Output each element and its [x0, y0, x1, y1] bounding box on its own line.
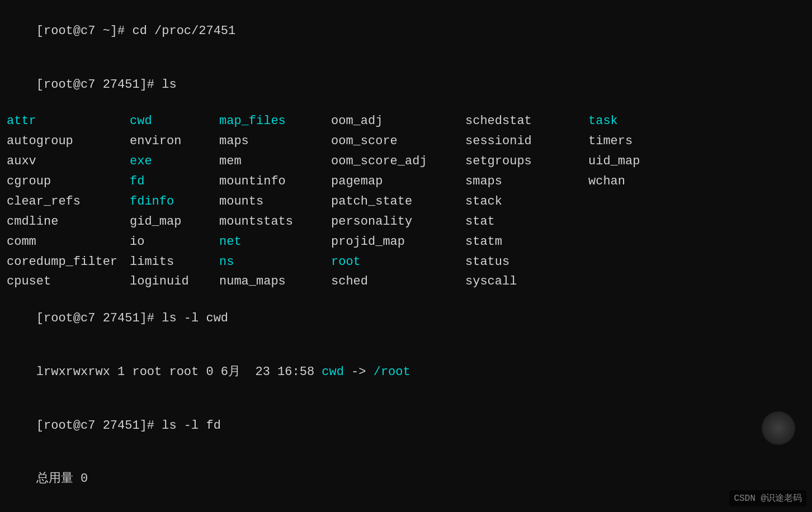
ls-item: io: [130, 232, 219, 252]
ls-item: pagemap: [331, 172, 465, 192]
ls-item: comm: [7, 232, 130, 252]
ls-item: [588, 192, 678, 212]
command-line-2: [root@c7 27451]# ls: [7, 58, 805, 112]
ls-item: autogroup: [7, 131, 130, 151]
ls-item: clear_refs: [7, 192, 130, 212]
ls-item: status: [465, 252, 588, 272]
ls-item: fdinfo: [130, 192, 219, 212]
ls-item: schedstat: [465, 111, 588, 131]
ls-item: timers: [588, 131, 678, 151]
ls-item: sched: [331, 272, 465, 292]
ls-item: syscall: [465, 272, 588, 292]
ls-item: smaps: [465, 172, 588, 192]
terminal: [root@c7 ~]# cd /proc/27451 [root@c7 274…: [7, 4, 805, 512]
ls-item: cpuset: [7, 272, 130, 292]
ls-item: fd: [130, 172, 219, 192]
ls-item: mounts: [219, 192, 331, 212]
ls-item: numa_maps: [219, 272, 331, 292]
ls-item: maps: [219, 131, 331, 151]
symlink-cwd-target: /root: [374, 365, 410, 379]
ls-item: environ: [130, 131, 219, 151]
cmd2-text: [root@c7 27451]# ls: [36, 78, 177, 92]
ls-item: projid_map: [331, 232, 465, 252]
command-line-1: [root@c7 ~]# cd /proc/27451: [7, 4, 805, 58]
ls-output: attrcwdmap_filesoom_adjschedstattaskauto…: [7, 111, 805, 292]
fd0-line: l-wx------ 1 root root 64 6月 23 16:58 0 …: [7, 506, 805, 512]
ls-item: [588, 252, 678, 272]
ls-item: oom_adj: [331, 111, 465, 131]
symlink-cwd-name: cwd: [322, 365, 344, 379]
branding-label: CSDN @识途老码: [729, 490, 806, 506]
ls-item: statm: [465, 232, 588, 252]
ls-item: stat: [465, 212, 588, 232]
command-line-3: [root@c7 27451]# ls -l cwd: [7, 292, 805, 345]
command-line-4: [root@c7 27451]# ls -l fd: [7, 399, 805, 453]
ls-item: oom_score_adj: [331, 151, 465, 172]
symlink-cwd-line: lrwxrwxrwx 1 root root 0 6月 23 16:58 cwd…: [7, 345, 805, 399]
symlink-cwd-arrow: ->: [344, 365, 374, 379]
ls-item: cgroup: [7, 172, 130, 192]
cmd4-text: [root@c7 27451]# ls -l fd: [36, 419, 221, 433]
ls-item: wchan: [588, 172, 678, 192]
total-text: 总用量 0: [36, 472, 88, 486]
ls-item: task: [588, 111, 678, 131]
ls-item: setgroups: [465, 151, 588, 172]
ls-item: ns: [219, 252, 331, 272]
ls-item: mountstats: [219, 212, 331, 232]
ls-item: stack: [465, 192, 588, 212]
total-line: 总用量 0: [7, 452, 805, 506]
ls-item: loginuid: [130, 272, 219, 292]
ls-item: mountinfo: [219, 172, 331, 192]
ls-item: attr: [7, 111, 130, 131]
ls-item: map_files: [219, 111, 331, 131]
ls-item: [588, 272, 678, 292]
ls-item: limits: [130, 252, 219, 272]
ls-item: coredump_filter: [7, 252, 130, 272]
symlink-cwd-perms: lrwxrwxrwx 1 root root 0 6月 23 16:58: [36, 365, 322, 379]
ls-item: gid_map: [130, 212, 219, 232]
ls-item: patch_state: [331, 192, 465, 212]
ls-item: [588, 212, 678, 232]
ls-item: uid_map: [588, 151, 678, 172]
ls-item: mem: [219, 151, 331, 172]
cmd3-text: [root@c7 27451]# ls -l cwd: [36, 311, 228, 325]
ls-item: net: [219, 232, 331, 252]
ls-item: exe: [130, 151, 219, 172]
ls-item: root: [331, 252, 465, 272]
ls-item: personality: [331, 212, 465, 232]
cursor-decoration: [762, 411, 795, 445]
ls-item: auxv: [7, 151, 130, 172]
ls-item: sessionid: [465, 131, 588, 151]
ls-item: cmdline: [7, 212, 130, 232]
ls-item: cwd: [130, 111, 219, 131]
cmd1-text: [root@c7 ~]# cd /proc/27451: [36, 24, 235, 38]
ls-item: [588, 232, 678, 252]
ls-item: oom_score: [331, 131, 465, 151]
